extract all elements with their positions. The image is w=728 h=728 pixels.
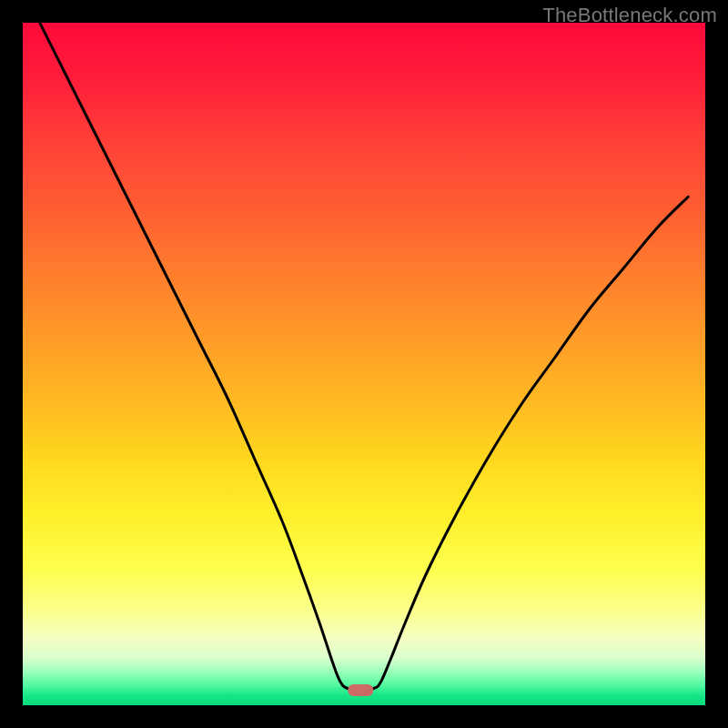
optimal-marker [348,684,373,696]
plot-area [23,23,705,705]
chart-frame: TheBottleneck.com [0,0,728,728]
watermark-text: TheBottleneck.com [542,4,717,27]
curve-layer [23,23,705,705]
bottleneck-curve [40,23,689,691]
